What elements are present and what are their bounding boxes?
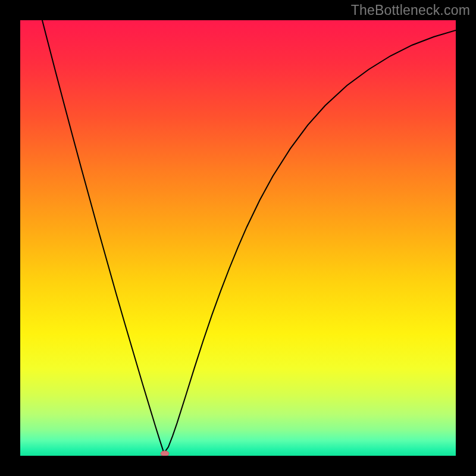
chart-frame: TheBottleneck.com — [0, 0, 476, 476]
optimum-marker — [161, 451, 169, 456]
plot-area — [20, 20, 456, 456]
bottleneck-chart — [20, 20, 456, 456]
gradient-background — [20, 20, 456, 456]
attribution-label: TheBottleneck.com — [351, 2, 470, 18]
